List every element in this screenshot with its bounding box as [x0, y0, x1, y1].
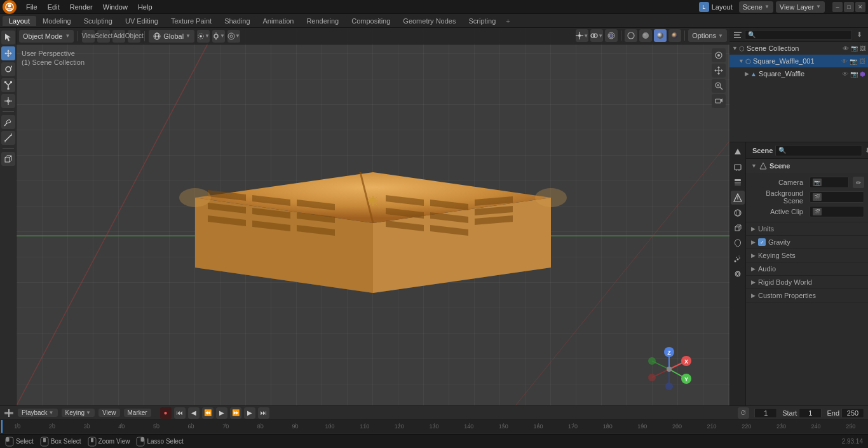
scene-props-btn[interactable] [731, 191, 745, 205]
ruler-area[interactable]: 10 20 30 40 50 60 70 80 90 100 110 120 1… [0, 420, 868, 433]
object-menu-btn[interactable]: Object [128, 30, 140, 43]
frame-start-input[interactable]: 1 [799, 408, 822, 418]
prop-filter-btn[interactable]: ⬇ [865, 147, 868, 154]
collection-eye-btn[interactable]: 👁 [843, 45, 849, 52]
menu-help[interactable]: Help [133, 2, 157, 12]
view-layer-selector[interactable]: View Layer ▼ [776, 1, 825, 13]
particles-props-btn[interactable] [731, 252, 745, 266]
units-section-header[interactable]: ▶ Units [746, 222, 868, 235]
solid-btn[interactable] [639, 29, 652, 42]
outliner-search-input[interactable] [745, 30, 852, 40]
window-maximize[interactable]: □ [844, 2, 854, 12]
current-frame-input[interactable]: 1 [754, 408, 777, 418]
outliner-filter-btn[interactable]: ⬇ [855, 30, 864, 39]
menu-window[interactable]: Window [98, 2, 132, 12]
scene-selector[interactable]: Scene ▼ [739, 1, 773, 13]
camera-edit-btn[interactable]: ✏ [853, 177, 864, 188]
camera-value-field[interactable]: 📷 [810, 177, 849, 188]
tab-rendering[interactable]: Rendering [300, 16, 345, 26]
output-props-btn[interactable] [731, 160, 745, 174]
tab-texture-paint[interactable]: Texture Paint [165, 16, 218, 26]
mesh-eye-btn[interactable]: 👁 [842, 71, 848, 78]
physics-props-btn[interactable] [731, 267, 745, 281]
tab-shading[interactable]: Shading [218, 16, 256, 26]
audio-section-header[interactable]: ▶ Audio [746, 262, 868, 275]
jump-end-btn[interactable]: ⏭ [258, 407, 269, 419]
tool-transform[interactable] [1, 94, 15, 108]
material-preview-btn[interactable] [654, 29, 667, 42]
options-btn[interactable]: Options ▼ [688, 29, 727, 42]
background-scene-field[interactable]: 🎬 [810, 191, 864, 203]
waffle-camera-btn[interactable]: 📷 [850, 58, 857, 65]
view-layer-props-btn[interactable] [731, 175, 745, 189]
active-clip-field[interactable]: 🎬 [810, 206, 864, 217]
zoom-btn[interactable] [712, 79, 726, 93]
wireframe-btn[interactable] [625, 29, 637, 42]
jump-back-btn[interactable]: ⏪ [202, 407, 214, 419]
step-back-btn[interactable]: ◀ [188, 407, 200, 419]
camera-view-btn[interactable] [712, 94, 726, 108]
collection-render-btn[interactable]: 🖼 [860, 45, 865, 52]
overlays-btn[interactable]: ▼ [590, 29, 603, 42]
tool-move[interactable] [1, 46, 15, 60]
proportional-edit-btn[interactable]: ▼ [227, 30, 240, 43]
tab-uv-editing[interactable]: UV Editing [119, 16, 165, 26]
window-minimize[interactable]: – [832, 2, 843, 12]
gizmo-toggle-btn[interactable]: ▼ [576, 29, 588, 42]
navigation-gizmo[interactable]: X Y Z [647, 347, 691, 393]
add-workspace-tab[interactable]: + [502, 16, 513, 26]
tab-geometry-nodes[interactable]: Geometry Nodes [397, 16, 462, 26]
keying-sets-header[interactable]: ▶ Keying Sets [746, 249, 868, 262]
tool-annotate[interactable] [1, 115, 15, 129]
tab-compositing[interactable]: Compositing [345, 16, 397, 26]
scene-collection-row[interactable]: ▼ ⬡ Scene Collection 👁 📷 🖼 [729, 42, 868, 55]
render-props-btn[interactable] [731, 145, 745, 159]
playback-btn[interactable]: Playback ▼ [18, 409, 58, 417]
view-btn[interactable]: View [98, 409, 120, 417]
jump-forward-btn[interactable]: ⏩ [230, 407, 241, 419]
tool-scale[interactable] [1, 78, 15, 92]
tool-add[interactable] [1, 152, 15, 166]
tab-layout[interactable]: Layout [3, 16, 36, 26]
menu-file[interactable]: File [22, 2, 42, 12]
properties-search[interactable] [775, 145, 862, 156]
modifier-props-btn[interactable] [731, 236, 745, 250]
pivot-point-btn[interactable]: ▼ [197, 30, 210, 43]
world-props-btn[interactable] [731, 206, 745, 220]
tab-scripting[interactable]: Scripting [462, 16, 502, 26]
object-mode-dropdown[interactable]: Object Mode ▼ [19, 30, 74, 43]
tab-modeling[interactable]: Modeling [36, 16, 78, 26]
scene-section-header[interactable]: ▼ Scene [746, 159, 868, 173]
pan-btn[interactable] [712, 64, 726, 78]
object-props-btn[interactable] [731, 221, 745, 235]
outliner-row-waffle-collection[interactable]: ▼ ⬡ Square_Waffle_001 👁 📷 🖼 [729, 55, 868, 67]
window-close[interactable]: ✕ [855, 2, 865, 12]
outliner-scroll[interactable]: ▼ ⬡ Scene Collection 👁 📷 🖼 ▼ ⬡ Square_Wa… [729, 42, 868, 142]
mesh-render-btn[interactable]: ⬢ [860, 71, 865, 78]
viewport[interactable]: Object Mode ▼ View Select Add Object [17, 28, 729, 405]
menu-render[interactable]: Render [65, 2, 97, 12]
step-forward-btn[interactable]: ▶ [244, 407, 255, 419]
tab-sculpting[interactable]: Sculpting [78, 16, 119, 26]
keying-btn[interactable]: Keying ▼ [62, 409, 95, 417]
jump-start-btn[interactable]: ⏮ [174, 407, 186, 419]
add-menu-btn[interactable]: Add [112, 30, 125, 43]
waffle-eye-btn[interactable]: 👁 [841, 58, 848, 65]
tool-measure[interactable] [1, 131, 15, 145]
timeline-ruler[interactable]: 10 20 30 40 50 60 70 80 90 100 110 120 1… [0, 420, 868, 433]
marker-btn[interactable]: Marker [124, 409, 151, 417]
custom-props-header[interactable]: ▶ Custom Properties [746, 289, 868, 302]
record-btn[interactable]: ● [160, 407, 172, 419]
rendered-btn[interactable] [668, 29, 681, 42]
gravity-checkbox[interactable]: ✓ [758, 238, 766, 246]
select-menu-btn[interactable]: Select [97, 30, 110, 43]
gravity-section-header[interactable]: ▶ ✓ Gravity [746, 236, 868, 248]
tab-animation[interactable]: Animation [257, 16, 301, 26]
mesh-camera-btn[interactable]: 📷 [850, 71, 858, 78]
view-menu-btn[interactable]: View [82, 30, 95, 43]
menu-edit[interactable]: Edit [43, 2, 64, 12]
outliner-row-waffle-mesh[interactable]: ▶ ▲ Square_Waffle 👁 📷 ⬢ [729, 67, 868, 80]
snap-btn[interactable]: ▼ [212, 30, 225, 43]
frame-end-input[interactable]: 250 [841, 408, 864, 418]
transform-orientation-dropdown[interactable]: Global ▼ [149, 30, 194, 43]
